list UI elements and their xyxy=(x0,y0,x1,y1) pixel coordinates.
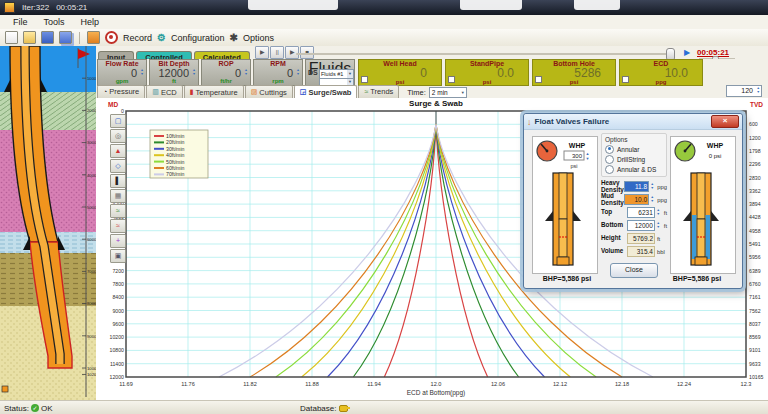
panel-label: Well Head xyxy=(359,60,441,68)
view-tab-temperature[interactable]: ▮Temperature xyxy=(184,85,244,98)
bottom-stepper[interactable]: ▲▼ xyxy=(655,222,662,230)
play-small-icon[interactable]: ▶ xyxy=(684,48,690,57)
save-all-icon[interactable] xyxy=(59,31,72,44)
rpm-stepper[interactable]: ▲▼ xyxy=(295,69,301,77)
x-tick-label: 12.12 xyxy=(553,381,567,387)
bottom-input[interactable]: 12000 xyxy=(627,220,655,231)
curve-green-button[interactable]: ≈ xyxy=(110,204,126,218)
time-interval-select[interactable]: 2 min ▼ xyxy=(429,87,467,98)
resize-button[interactable]: ◇ xyxy=(110,159,126,173)
option-row-annular-ds[interactable]: Annular & DS xyxy=(605,164,663,174)
window-length-spinner[interactable]: 120 ▲▼ xyxy=(726,85,762,97)
curve-red-button[interactable]: ≈ xyxy=(110,219,126,233)
dialog-title-bar[interactable]: ↓ Float Valves Failure × xyxy=(524,114,742,130)
view-tab-pressure[interactable]: ◔Pressure xyxy=(97,85,145,98)
mud-density-label: Mud Density xyxy=(601,193,624,206)
new-file-icon[interactable] xyxy=(5,31,18,44)
select-region-button[interactable]: ▢ xyxy=(110,114,126,128)
right-well-schematic: WHP 0 psi xyxy=(670,136,736,274)
options-label: Options xyxy=(605,136,663,143)
zoom-icon: ◎ xyxy=(115,132,121,139)
tvd-tick-label: 8037 xyxy=(749,321,761,327)
pan-button[interactable]: + xyxy=(110,234,126,248)
option-row-drillstring[interactable]: DrillString xyxy=(605,154,663,164)
menu-item-tools[interactable]: Tools xyxy=(36,17,73,27)
float-valves-failure-dialog: ↓ Float Valves Failure × WHP 300 ▲ ▼ psi… xyxy=(523,113,743,289)
option-row-annular[interactable]: Annular xyxy=(605,144,663,154)
menu-item-help[interactable]: Help xyxy=(73,17,108,27)
timeline-slider[interactable] xyxy=(296,53,670,55)
toolbox-icon[interactable] xyxy=(87,31,100,44)
tvd-tick-label: 4958 xyxy=(749,228,761,234)
legend-label: 50ft/min xyxy=(166,159,185,165)
heavy-density-input[interactable]: 11.8 xyxy=(624,181,649,192)
background-window-fragment xyxy=(574,0,620,10)
options-groupbox: Options AnnularDrillStringAnnular & DS xyxy=(601,133,667,177)
flow-rate-stepper[interactable]: ▲▼ xyxy=(139,69,145,77)
ruler-tick-label: 4000 xyxy=(87,173,96,178)
view-tab-label: ECD xyxy=(161,88,177,97)
bottom-hole-checkbox[interactable] xyxy=(535,76,542,83)
status-label: Status: xyxy=(4,404,29,413)
save-icon[interactable] xyxy=(41,31,54,44)
bit-left xyxy=(557,257,569,265)
ecd-checkbox[interactable] xyxy=(622,76,629,83)
md-tick-label: 12000 xyxy=(110,374,125,380)
options-icon[interactable]: ✱ xyxy=(230,32,238,43)
pan-icon: + xyxy=(116,237,120,244)
menu-item-file[interactable]: File xyxy=(5,17,36,27)
radio-icon[interactable] xyxy=(605,155,614,164)
rop-stepper[interactable]: ▲▼ xyxy=(243,69,249,77)
well-head-value: 0 xyxy=(359,68,441,79)
record-button[interactable]: Record xyxy=(123,33,152,43)
pause-button[interactable]: || xyxy=(270,46,284,59)
md-tick-label: 10200 xyxy=(110,334,125,340)
open-file-icon[interactable] xyxy=(23,31,36,44)
standpipe-checkbox[interactable] xyxy=(448,76,455,83)
top-stepper[interactable]: ▲▼ xyxy=(655,209,662,217)
close-button[interactable]: Close xyxy=(610,263,658,278)
mud-density-input[interactable]: 10.0 xyxy=(624,194,649,205)
heavy-density-stepper[interactable]: ▲▼ xyxy=(649,183,655,191)
radio-icon[interactable] xyxy=(605,145,614,154)
view-tab-surge-swab[interactable]: ◲Surge/Swab xyxy=(294,85,358,98)
panel-unit: ppg xyxy=(620,79,702,85)
cursor-button[interactable]: ▌ xyxy=(110,174,126,188)
whp-stepper[interactable]: ▼ xyxy=(586,156,590,161)
configuration-icon[interactable]: ⚙ xyxy=(157,32,166,43)
height-row: Height5769.2ft xyxy=(601,232,667,245)
status-ok-icon: ✓ xyxy=(31,404,39,412)
bit-depth-stepper[interactable]: ▲▼ xyxy=(191,69,197,77)
panel-label: Flow Rate xyxy=(98,60,146,68)
bottom-label: Bottom xyxy=(601,222,627,229)
x-tick-label: 11.76 xyxy=(181,381,195,387)
view-tab-cuttings[interactable]: ▨Cuttings xyxy=(245,85,293,98)
zoom-button[interactable]: ◎ xyxy=(110,129,126,143)
curve-green-icon: ≈ xyxy=(116,207,120,214)
window-clock: 00:05:21 xyxy=(56,3,87,12)
trends-icon: ≈ xyxy=(364,88,368,95)
well-head-checkbox[interactable] xyxy=(361,76,368,83)
options-button[interactable]: Options xyxy=(243,33,274,43)
top-input[interactable]: 6231 xyxy=(627,207,655,218)
view-tab-ecd[interactable]: ▥ECD xyxy=(146,85,182,98)
tvd-tick-label: 10165 xyxy=(749,374,764,380)
chevron-down-icon: ▼ xyxy=(461,88,465,97)
configuration-button[interactable]: Configuration xyxy=(171,33,225,43)
mud-density-stepper[interactable]: ▲▼ xyxy=(649,196,655,204)
fluid-select-value: Fluids #1 xyxy=(321,71,343,77)
view-tab-label: Temperature xyxy=(196,88,238,97)
cuttings-icon: ▨ xyxy=(251,88,258,96)
annotate-button[interactable]: ▲ xyxy=(110,144,126,158)
window-length-stepper[interactable]: ▲▼ xyxy=(754,87,760,95)
record-icon[interactable] xyxy=(105,31,118,44)
tvd-tick-label: 1200 xyxy=(749,135,761,141)
main-toolbar: Record ⚙ Configuration ✱ Options xyxy=(0,29,768,47)
grid-button[interactable]: ▦ xyxy=(110,189,126,203)
play-button[interactable]: ▶ xyxy=(255,46,269,59)
tvd-tick-label: 8569 xyxy=(749,334,761,340)
dialog-close-button[interactable]: × xyxy=(711,115,739,128)
radio-icon[interactable] xyxy=(605,165,614,174)
view-tab-trends[interactable]: ≈Trends xyxy=(358,85,399,98)
snapshot-button[interactable]: ▣ xyxy=(110,249,126,263)
